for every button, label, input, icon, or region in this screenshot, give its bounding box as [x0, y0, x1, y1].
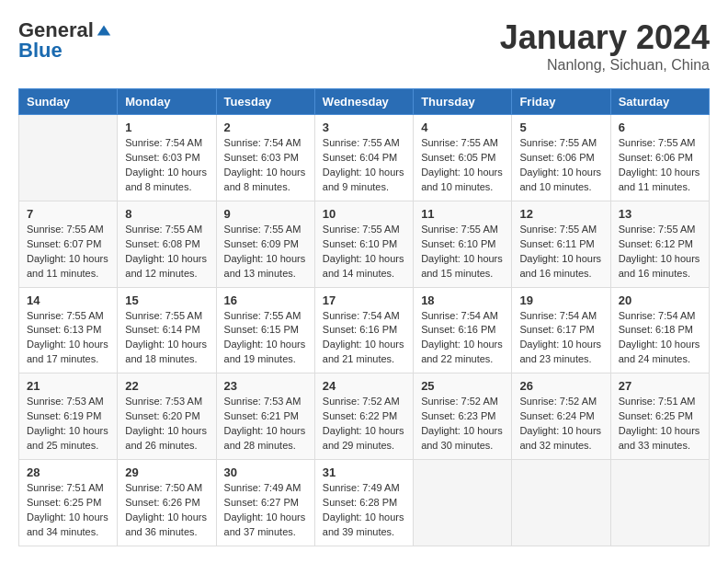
day-number: 24 — [323, 379, 405, 393]
logo: General Blue — [18, 18, 112, 63]
calendar-cell: 14Sunrise: 7:55 AMSunset: 6:13 PMDayligh… — [19, 287, 118, 373]
sunset: Sunset: 6:03 PM — [125, 152, 199, 163]
calendar-cell: 8Sunrise: 7:55 AMSunset: 6:08 PMDaylight… — [118, 201, 216, 287]
daylight: Daylight: 10 hours and 10 minutes. — [421, 167, 503, 192]
sunrise: Sunrise: 7:53 AM — [125, 396, 202, 407]
day-number: 27 — [619, 379, 701, 393]
daylight: Daylight: 10 hours and 33 minutes. — [619, 425, 700, 451]
calendar-cell: 30Sunrise: 7:49 AMSunset: 6:27 PMDayligh… — [216, 460, 314, 546]
calendar-week-row: 7Sunrise: 7:55 AMSunset: 6:07 PMDaylight… — [19, 201, 710, 287]
day-number: 7 — [27, 207, 109, 221]
calendar-cell: 15Sunrise: 7:55 AMSunset: 6:14 PMDayligh… — [118, 287, 216, 373]
calendar-cell: 10Sunrise: 7:55 AMSunset: 6:10 PMDayligh… — [314, 201, 413, 287]
sunset: Sunset: 6:09 PM — [224, 238, 299, 249]
sunset: Sunset: 6:26 PM — [125, 497, 199, 508]
day-info: Sunrise: 7:54 AMSunset: 6:16 PMDaylight:… — [421, 309, 504, 368]
day-number: 3 — [323, 121, 405, 134]
day-info: Sunrise: 7:55 AMSunset: 6:07 PMDaylight:… — [27, 223, 109, 282]
weekday-header: Tuesday — [216, 89, 314, 115]
day-number: 10 — [323, 207, 405, 221]
day-number: 20 — [619, 293, 701, 307]
weekday-header-row: SundayMondayTuesdayWednesdayThursdayFrid… — [19, 89, 710, 115]
logo-icon — [96, 22, 112, 39]
calendar-cell: 5Sunrise: 7:55 AMSunset: 6:06 PMDaylight… — [512, 115, 610, 201]
calendar-cell: 17Sunrise: 7:54 AMSunset: 6:16 PMDayligh… — [314, 287, 413, 373]
weekday-header: Saturday — [610, 89, 709, 115]
sunset: Sunset: 6:10 PM — [323, 238, 397, 249]
day-number: 5 — [519, 121, 602, 134]
calendar-cell: 6Sunrise: 7:55 AMSunset: 6:06 PMDaylight… — [610, 115, 709, 201]
sunset: Sunset: 6:25 PM — [27, 497, 101, 508]
day-number: 31 — [323, 465, 405, 479]
day-number: 30 — [224, 465, 307, 479]
weekday-header: Wednesday — [314, 89, 413, 115]
day-number: 29 — [125, 465, 208, 479]
day-info: Sunrise: 7:55 AMSunset: 6:04 PMDaylight:… — [323, 136, 405, 195]
month-title: January 2024 — [500, 18, 710, 57]
day-info: Sunrise: 7:52 AMSunset: 6:24 PMDaylight:… — [519, 395, 602, 454]
day-number: 12 — [519, 207, 602, 221]
sunset: Sunset: 6:17 PM — [519, 324, 594, 335]
day-number: 16 — [224, 293, 307, 307]
daylight: Daylight: 10 hours and 29 minutes. — [323, 425, 404, 451]
svg-marker-0 — [97, 26, 110, 36]
day-number: 19 — [519, 293, 602, 307]
daylight: Daylight: 10 hours and 25 minutes. — [27, 425, 108, 451]
daylight: Daylight: 10 hours and 24 minutes. — [619, 339, 700, 364]
daylight: Daylight: 10 hours and 26 minutes. — [125, 425, 207, 451]
calendar-cell: 21Sunrise: 7:53 AMSunset: 6:19 PMDayligh… — [19, 373, 118, 460]
calendar-cell: 26Sunrise: 7:52 AMSunset: 6:24 PMDayligh… — [512, 373, 610, 460]
daylight: Daylight: 10 hours and 17 minutes. — [27, 339, 108, 364]
calendar-cell: 31Sunrise: 7:49 AMSunset: 6:28 PMDayligh… — [314, 460, 413, 546]
daylight: Daylight: 10 hours and 12 minutes. — [125, 253, 207, 279]
day-info: Sunrise: 7:55 AMSunset: 6:14 PMDaylight:… — [125, 309, 208, 368]
day-number: 4 — [421, 121, 504, 134]
sunrise: Sunrise: 7:55 AM — [421, 137, 498, 148]
calendar-table: SundayMondayTuesdayWednesdayThursdayFrid… — [18, 88, 710, 546]
sunrise: Sunrise: 7:52 AM — [421, 396, 498, 407]
sunrise: Sunrise: 7:49 AM — [224, 482, 301, 493]
calendar-cell: 25Sunrise: 7:52 AMSunset: 6:23 PMDayligh… — [414, 373, 512, 460]
sunrise: Sunrise: 7:55 AM — [519, 224, 597, 235]
day-info: Sunrise: 7:55 AMSunset: 6:08 PMDaylight:… — [125, 223, 208, 282]
calendar-cell — [610, 460, 709, 546]
calendar-cell: 11Sunrise: 7:55 AMSunset: 6:10 PMDayligh… — [414, 201, 512, 287]
page-header: General Blue January 2024 Nanlong, Sichu… — [18, 18, 710, 74]
calendar-week-row: 1Sunrise: 7:54 AMSunset: 6:03 PMDaylight… — [19, 115, 710, 201]
daylight: Daylight: 10 hours and 19 minutes. — [224, 339, 306, 364]
sunrise: Sunrise: 7:55 AM — [125, 310, 202, 321]
weekday-header: Thursday — [414, 89, 512, 115]
day-info: Sunrise: 7:55 AMSunset: 6:05 PMDaylight:… — [421, 136, 504, 195]
location: Nanlong, Sichuan, China — [500, 57, 710, 74]
sunset: Sunset: 6:18 PM — [619, 324, 693, 335]
daylight: Daylight: 10 hours and 30 minutes. — [421, 425, 503, 451]
daylight: Daylight: 10 hours and 14 minutes. — [323, 253, 404, 279]
sunrise: Sunrise: 7:49 AM — [323, 482, 400, 493]
sunset: Sunset: 6:19 PM — [27, 410, 101, 421]
day-info: Sunrise: 7:54 AMSunset: 6:03 PMDaylight:… — [125, 136, 208, 195]
sunrise: Sunrise: 7:54 AM — [224, 137, 301, 148]
daylight: Daylight: 10 hours and 22 minutes. — [421, 339, 503, 364]
daylight: Daylight: 10 hours and 18 minutes. — [125, 339, 207, 364]
day-number: 8 — [125, 207, 208, 221]
calendar-cell: 4Sunrise: 7:55 AMSunset: 6:05 PMDaylight… — [414, 115, 512, 201]
daylight: Daylight: 10 hours and 11 minutes. — [27, 253, 108, 279]
sunrise: Sunrise: 7:55 AM — [519, 137, 597, 148]
calendar-cell — [512, 460, 610, 546]
daylight: Daylight: 10 hours and 8 minutes. — [125, 167, 207, 192]
daylight: Daylight: 10 hours and 32 minutes. — [519, 425, 601, 451]
sunrise: Sunrise: 7:55 AM — [27, 310, 104, 321]
sunset: Sunset: 6:06 PM — [619, 152, 693, 163]
daylight: Daylight: 10 hours and 8 minutes. — [224, 167, 306, 192]
day-info: Sunrise: 7:53 AMSunset: 6:19 PMDaylight:… — [27, 395, 109, 454]
sunset: Sunset: 6:24 PM — [519, 410, 594, 421]
sunrise: Sunrise: 7:55 AM — [224, 310, 301, 321]
daylight: Daylight: 10 hours and 11 minutes. — [619, 167, 700, 192]
day-info: Sunrise: 7:55 AMSunset: 6:13 PMDaylight:… — [27, 309, 109, 368]
daylight: Daylight: 10 hours and 36 minutes. — [125, 511, 207, 537]
day-info: Sunrise: 7:52 AMSunset: 6:23 PMDaylight:… — [421, 395, 504, 454]
day-number: 1 — [125, 121, 208, 134]
sunset: Sunset: 6:10 PM — [421, 238, 495, 249]
day-info: Sunrise: 7:54 AMSunset: 6:03 PMDaylight:… — [224, 136, 307, 195]
sunset: Sunset: 6:12 PM — [619, 238, 693, 249]
